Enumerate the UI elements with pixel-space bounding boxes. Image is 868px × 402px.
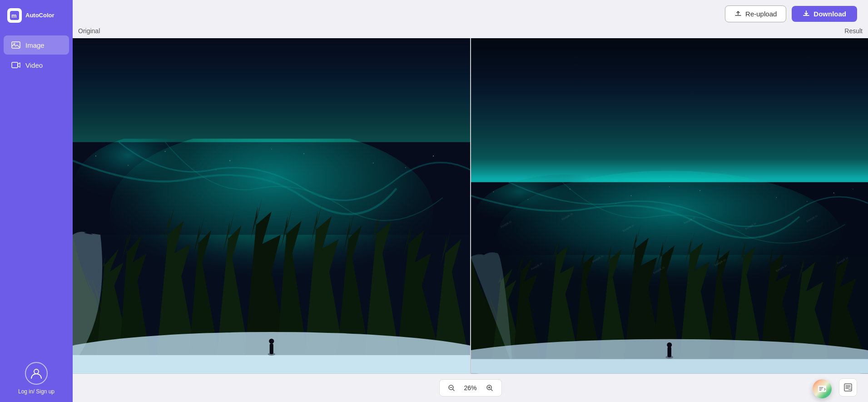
result-image-panel: freepik.io freepik.io freepik.io freepik… bbox=[471, 38, 868, 374]
svg-point-56 bbox=[667, 342, 672, 347]
svg-rect-55 bbox=[667, 347, 671, 357]
login-signup-link[interactable]: Log in/ Sign up bbox=[18, 388, 55, 395]
reupload-button[interactable]: Re-upload bbox=[725, 5, 786, 22]
svg-point-5 bbox=[34, 369, 39, 374]
svg-rect-41 bbox=[471, 359, 868, 374]
video-icon bbox=[11, 60, 21, 70]
logo-icon: m bbox=[7, 8, 22, 23]
sidebar: m AutoColor Image bbox=[0, 0, 73, 402]
upload-icon bbox=[734, 10, 742, 18]
bottom-toolbar: 26% bbox=[73, 374, 868, 402]
svg-rect-19 bbox=[73, 142, 471, 235]
sidebar-item-image-label: Image bbox=[25, 41, 45, 49]
svg-point-24 bbox=[269, 339, 274, 344]
sidebar-item-video[interactable]: Video bbox=[4, 55, 69, 75]
zoom-out-button[interactable] bbox=[445, 382, 458, 394]
svg-rect-21 bbox=[73, 355, 471, 374]
logo-area: m AutoColor bbox=[0, 0, 73, 31]
svg-rect-61 bbox=[848, 388, 851, 390]
svg-rect-23 bbox=[270, 344, 273, 354]
result-trees-svg: freepik.io freepik.io freepik.io freepik… bbox=[471, 139, 868, 374]
label-result: Result bbox=[471, 27, 868, 35]
panel-divider bbox=[470, 38, 471, 374]
image-labels: Original Result bbox=[73, 27, 868, 38]
comparison-container: freepik.io freepik.io freepik.io freepik… bbox=[73, 38, 868, 374]
sidebar-item-image[interactable]: Image bbox=[4, 35, 69, 55]
nav-items: Image Video bbox=[0, 31, 73, 79]
floating-tool-button[interactable] bbox=[813, 379, 832, 398]
svg-rect-4 bbox=[12, 62, 18, 68]
result-aurora-image: freepik.io freepik.io freepik.io freepik… bbox=[471, 38, 868, 374]
logo-text: AutoColor bbox=[25, 12, 55, 19]
zoom-controls: 26% bbox=[439, 379, 502, 397]
image-icon bbox=[11, 40, 21, 50]
zoom-value: 26% bbox=[461, 384, 480, 392]
download-icon bbox=[803, 10, 810, 18]
download-button[interactable]: Download bbox=[792, 6, 857, 22]
main-content: Re-upload Download Original Result bbox=[73, 0, 868, 402]
notes-button[interactable] bbox=[839, 378, 857, 397]
reupload-label: Re-upload bbox=[745, 10, 777, 18]
content-area: Original Result bbox=[73, 27, 868, 402]
original-trees-svg bbox=[73, 139, 471, 374]
label-original: Original bbox=[73, 27, 471, 35]
sidebar-item-video-label: Video bbox=[25, 61, 43, 69]
user-avatar-button[interactable] bbox=[25, 362, 48, 385]
zoom-in-button[interactable] bbox=[483, 382, 496, 394]
original-image-panel bbox=[73, 38, 471, 374]
original-aurora-image bbox=[73, 38, 471, 374]
download-label: Download bbox=[813, 10, 846, 18]
user-area: Log in/ Sign up bbox=[18, 353, 55, 402]
header: Re-upload Download bbox=[73, 0, 868, 27]
svg-text:m: m bbox=[11, 12, 17, 19]
